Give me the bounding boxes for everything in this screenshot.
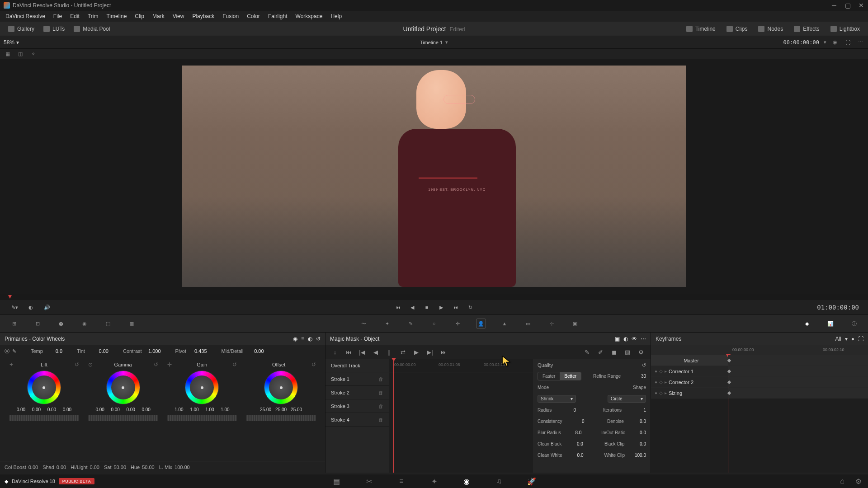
faster-option[interactable]: Faster xyxy=(538,372,560,380)
middetail-value[interactable]: 0.00 xyxy=(248,348,264,354)
log-mode-icon[interactable]: ◐ xyxy=(308,336,312,342)
loop-button[interactable]: ↻ xyxy=(465,302,476,313)
zoom-dropdown[interactable]: 58%▾ xyxy=(4,39,19,46)
deliver-page-icon[interactable]: 🚀 xyxy=(527,476,537,486)
menu-color[interactable]: Color xyxy=(243,12,264,21)
keyframe-icon[interactable] xyxy=(727,380,731,384)
first-frame-button[interactable]: ⏮ xyxy=(392,302,403,313)
gain-g[interactable]: 1.00 xyxy=(203,407,216,412)
reset-icon[interactable]: ↺ xyxy=(232,361,237,368)
fusion-page-icon[interactable]: ✦ xyxy=(429,476,439,486)
expand-icon[interactable]: ▸ xyxy=(665,390,667,395)
contrast-value[interactable]: 1.000 xyxy=(145,348,161,354)
magic-mask-icon[interactable]: 👤 xyxy=(476,319,486,328)
reset-icon[interactable]: ↺ xyxy=(316,336,321,342)
window-icon[interactable]: ○ xyxy=(429,319,439,328)
warper-icon[interactable]: ✦ xyxy=(382,319,392,328)
options-icon[interactable]: ⋯ xyxy=(856,38,864,47)
track-fwd-icon[interactable]: ▶ xyxy=(411,347,421,357)
clips-button[interactable]: Clips xyxy=(722,24,752,34)
lift-wheel[interactable] xyxy=(27,371,61,404)
lift-master-slider[interactable] xyxy=(9,415,79,421)
overall-track-row[interactable]: Overall Track xyxy=(326,359,389,372)
iter-value[interactable]: 1 xyxy=(632,408,646,413)
stroke-row[interactable]: Stroke 4🗑 xyxy=(326,413,389,427)
pause-tracking-icon[interactable]: ‖ xyxy=(384,347,394,357)
lmix-value[interactable]: 100.00 xyxy=(175,465,190,470)
kf-lane[interactable] xyxy=(728,355,868,366)
lock-icon[interactable]: ◇ xyxy=(659,369,663,374)
keyframe-mode-icon[interactable]: ◆ xyxy=(802,319,812,328)
maximize-button[interactable]: ▢ xyxy=(841,0,854,11)
track-fwd-all-icon[interactable]: ⏭ xyxy=(439,347,448,357)
edit-page-icon[interactable]: ≡ xyxy=(396,476,406,486)
qualifier-tool-icon[interactable]: ✎▾ xyxy=(9,302,20,313)
gamma-wheel[interactable] xyxy=(106,371,140,404)
keyframe-icon[interactable] xyxy=(727,358,731,362)
track-fwd-one-icon[interactable]: ▶| xyxy=(425,347,435,357)
gamma-g[interactable]: 0.00 xyxy=(124,407,137,412)
timeline-name[interactable]: Timeline 1 xyxy=(420,40,443,45)
trash-icon[interactable]: 🗑 xyxy=(378,390,383,395)
options-icon[interactable]: ⋯ xyxy=(641,336,646,342)
track-rev-one-icon[interactable]: |◀ xyxy=(357,347,367,357)
bclip-value[interactable]: 0.0 xyxy=(632,441,646,446)
project-settings-icon[interactable]: ⚙ xyxy=(854,476,863,486)
unmix-icon[interactable]: ◐ xyxy=(25,302,36,313)
lock-icon[interactable]: ◇ xyxy=(659,380,663,385)
menu-fairlight[interactable]: Fairlight xyxy=(264,12,291,21)
viewer[interactable]: 1989 EST. BROOKLYN, NYC xyxy=(0,59,868,294)
timeline-button[interactable]: Timeline xyxy=(682,24,720,34)
3d-icon[interactable]: ▣ xyxy=(570,319,580,328)
kf-all-label[interactable]: All xyxy=(835,336,841,342)
expand-icon[interactable]: ▸ xyxy=(665,380,667,385)
onion-icon[interactable]: ▣ xyxy=(615,336,620,342)
reset-icon[interactable]: ↺ xyxy=(75,361,79,368)
gain-r[interactable]: 1.00 xyxy=(188,407,201,412)
cons-value[interactable]: 0 xyxy=(571,419,585,424)
keyframe-icon[interactable] xyxy=(727,391,731,394)
gain-master-slider[interactable] xyxy=(167,415,237,421)
info-icon[interactable]: ⓘ xyxy=(849,319,859,328)
gain-y[interactable]: 1.00 xyxy=(173,407,185,412)
chevron-down-icon[interactable]: ▾ xyxy=(824,39,826,45)
auto-balance-icon[interactable]: Ⓐ xyxy=(5,348,9,355)
luts-button[interactable]: LUTs xyxy=(39,24,69,34)
enable-icon[interactable]: ● xyxy=(655,380,657,385)
picker-icon[interactable]: ✢ xyxy=(167,361,172,368)
kf-lane[interactable] xyxy=(728,366,868,376)
color-wheels-icon[interactable]: ◎ xyxy=(56,319,66,328)
split-icon[interactable]: ◫ xyxy=(16,50,24,58)
reset-icon[interactable]: ↺ xyxy=(642,362,646,368)
stroke-row[interactable]: Stroke 1🗑 xyxy=(326,372,389,386)
stroke-playhead[interactable] xyxy=(393,359,394,473)
sat-value[interactable]: 50.00 xyxy=(113,465,126,470)
kf-corrector1[interactable]: ●◇▸Corrector 1 xyxy=(651,366,728,376)
tracker-icon[interactable]: ✢ xyxy=(453,319,462,328)
menu-davinci[interactable]: DaVinci Resolve xyxy=(2,12,49,21)
menu-timeline[interactable]: Timeline xyxy=(103,12,130,21)
fairlight-page-icon[interactable]: ♫ xyxy=(494,476,504,486)
color-match-icon[interactable]: ⊡ xyxy=(33,319,42,328)
menu-edit[interactable]: Edit xyxy=(66,12,83,21)
reset-icon[interactable]: ↺ xyxy=(311,361,316,368)
subtract-stroke-icon[interactable]: ✐ xyxy=(595,347,605,357)
viewer-timecode[interactable]: 00:00:00:00 xyxy=(783,39,819,46)
sizing-icon[interactable]: ⊹ xyxy=(547,319,557,328)
hdr-wheels-icon[interactable]: ◉ xyxy=(80,319,90,328)
lift-b[interactable]: 0.00 xyxy=(61,407,73,412)
stroke-row[interactable]: Stroke 2🗑 xyxy=(326,386,389,399)
expand-icon[interactable]: ▸ xyxy=(665,369,667,374)
camera-raw-icon[interactable]: ⊞ xyxy=(9,319,19,328)
settings-icon[interactable]: ⚙ xyxy=(636,347,646,357)
qualifier-icon[interactable]: ✎ xyxy=(406,319,415,328)
gamma-b[interactable]: 0.00 xyxy=(140,407,152,412)
chevron-down-icon[interactable]: ▾ xyxy=(845,336,848,342)
motion-effects-icon[interactable]: ▦ xyxy=(127,319,137,328)
bars-mode-icon[interactable]: ≡ xyxy=(301,336,304,342)
jump-start-icon[interactable]: ↓ xyxy=(330,347,340,357)
kf-sizing[interactable]: ●◇▸Sizing xyxy=(651,388,728,398)
highlight-icon[interactable]: ✧ xyxy=(29,50,37,58)
prev-frame-button[interactable]: ◀ xyxy=(407,302,418,313)
track-rev-icon[interactable]: ◀ xyxy=(371,347,381,357)
